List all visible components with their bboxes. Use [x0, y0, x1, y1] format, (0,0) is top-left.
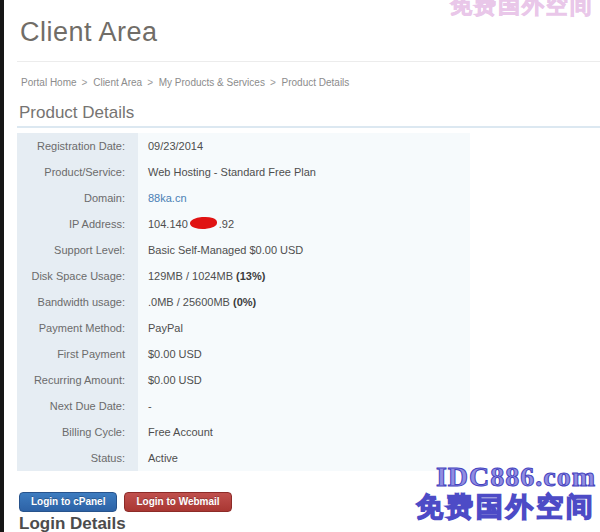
row-label: Payment Method:	[17, 315, 138, 341]
row-domain: Domain: 88ka.cn	[17, 185, 470, 211]
row-bandwidth: Bandwidth usage: .0MB / 25600MB (0%)	[17, 289, 470, 315]
breadcrumb-link-client-area[interactable]: Client Area	[93, 77, 142, 88]
row-status: Status: Active	[17, 445, 470, 471]
domain-link[interactable]: 88ka.cn	[148, 192, 187, 204]
row-label: First Payment Amount:	[17, 341, 138, 367]
row-recurring-amount: Recurring Amount: $0.00 USD	[17, 367, 470, 393]
breadcrumb: Portal Home> Client Area> My Products & …	[21, 77, 352, 88]
row-value: 129MB / 1024MB (13%)	[138, 263, 265, 289]
ip-prefix: 104.140	[148, 218, 188, 230]
row-value: Web Hosting - Standard Free Plan	[138, 159, 316, 185]
row-label: IP Address:	[17, 211, 138, 237]
row-value: $0.00 USD	[138, 367, 202, 393]
row-value: Basic Self-Managed $0.00 USD	[138, 237, 303, 263]
breadcrumb-separator: >	[82, 77, 88, 88]
login-to-cpanel-button[interactable]: Login to cPanel	[19, 492, 117, 512]
breadcrumb-link-my-products[interactable]: My Products & Services	[159, 77, 265, 88]
watermark-top-right: 免费国外空间	[450, 0, 594, 21]
row-ip-address: IP Address: 104.140.92	[17, 211, 470, 237]
disk-usage-text: 129MB / 1024MB	[148, 270, 236, 282]
status-value: Active	[138, 445, 178, 471]
action-buttons: Login to cPanel Login to Webmail	[19, 492, 232, 512]
page-title: Client Area	[20, 17, 158, 48]
bandwidth-usage-percent: (0%)	[233, 296, 256, 308]
row-label: Bandwidth usage:	[17, 289, 138, 315]
row-label: Next Due Date:	[17, 393, 138, 419]
row-value: 104.140.92	[138, 211, 234, 237]
row-label: Recurring Amount:	[17, 367, 138, 393]
row-label: Support Level:	[17, 237, 138, 263]
row-value: Free Account	[138, 419, 213, 445]
product-details-heading: Product Details	[19, 103, 134, 123]
left-border	[0, 0, 4, 532]
login-details-heading: Login Details	[19, 514, 126, 532]
bandwidth-usage-text: .0MB / 25600MB	[148, 296, 233, 308]
header-divider	[17, 61, 600, 62]
row-label: Product/Service:	[17, 159, 138, 185]
breadcrumb-separator: >	[147, 77, 153, 88]
row-label: Status:	[17, 445, 138, 471]
row-label: Billing Cycle:	[17, 419, 138, 445]
row-disk-space: Disk Space Usage: 129MB / 1024MB (13%)	[17, 263, 470, 289]
disk-usage-percent: (13%)	[236, 270, 265, 282]
heading-underline	[17, 126, 600, 128]
row-value: PayPal	[138, 315, 183, 341]
row-label: Domain:	[17, 185, 138, 211]
login-to-webmail-button[interactable]: Login to Webmail	[124, 492, 231, 512]
breadcrumb-separator: >	[270, 77, 276, 88]
breadcrumb-current-product-details: Product Details	[282, 77, 350, 88]
row-billing-cycle: Billing Cycle: Free Account	[17, 419, 470, 445]
row-payment-method: Payment Method: PayPal	[17, 315, 470, 341]
ip-suffix: .92	[219, 218, 234, 230]
row-value: 09/23/2014	[138, 133, 203, 159]
ip-redaction-scribble	[189, 216, 217, 230]
row-label: Disk Space Usage:	[17, 263, 138, 289]
row-value: $0.00 USD	[138, 341, 202, 367]
row-product-service: Product/Service: Web Hosting - Standard …	[17, 159, 470, 185]
row-first-payment: First Payment Amount: $0.00 USD	[17, 341, 470, 367]
row-label: Registration Date:	[17, 133, 138, 159]
row-value: -	[138, 393, 152, 419]
row-value: 88ka.cn	[138, 185, 187, 211]
watermark-slogan: 免费国外空间	[416, 489, 596, 525]
row-value: .0MB / 25600MB (0%)	[138, 289, 256, 315]
product-details-table: Registration Date: 09/23/2014 Product/Se…	[17, 133, 470, 471]
row-support-level: Support Level: Basic Self-Managed $0.00 …	[17, 237, 470, 263]
row-next-due-date: Next Due Date: -	[17, 393, 470, 419]
breadcrumb-link-portal-home[interactable]: Portal Home	[21, 77, 77, 88]
row-registration-date: Registration Date: 09/23/2014	[17, 133, 470, 159]
